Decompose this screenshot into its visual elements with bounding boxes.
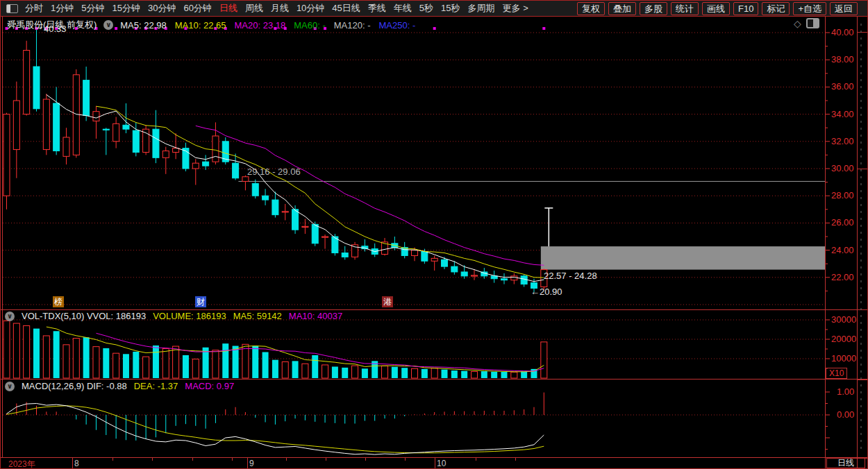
period-tab-分时[interactable]: 分时 (25, 2, 43, 15)
price-tick-label: 28.00 (831, 190, 854, 201)
price-tick-label: 24.00 (831, 245, 854, 255)
ma-legend-item: MA5: 22.98 (120, 20, 167, 31)
macd-legend-item: DEA: -1.37 (134, 381, 178, 391)
volume-tick-label: 30000 (831, 314, 856, 325)
action-button-返回[interactable]: 返回 (830, 2, 858, 15)
macd-legend-item: MACD(12,26,9) DIF: -0.88 (22, 381, 127, 391)
sidebar-toggle-icon[interactable] (806, 18, 819, 28)
ma-legend-item: MA120: - (334, 20, 371, 31)
period-tab-更多 >[interactable]: 更多 > (503, 2, 528, 15)
macd-legend: MACD(12,26,9) DIF: -0.88DEA: -1.37MACD: … (5, 381, 234, 391)
action-button-叠加[interactable]: 叠加 (608, 2, 636, 15)
main-chart-legend: 舜禹股份(日线 前复权) MA5: 22.98MA10: 22.65MA20: … (7, 19, 415, 31)
price-tick-label: 38.00 (831, 54, 854, 65)
watermark-badge-港[interactable]: 港 (382, 296, 393, 307)
window-panel-icon[interactable] (6, 4, 18, 13)
price-tick-label: 26.00 (831, 217, 854, 228)
action-button-多股[interactable]: 多股 (640, 2, 667, 15)
ma-legend-item: MA60: - (294, 20, 326, 31)
ma-legend-item: MA250: - (378, 20, 415, 31)
time-label-month-9: 9 (249, 459, 254, 468)
ma-legend-item: MA10: 22.65 (175, 20, 226, 31)
macd-values: MACD(12,26,9) DIF: -0.88DEA: -1.37MACD: … (22, 381, 234, 391)
period-tab-45日线[interactable]: 45日线 (332, 2, 360, 15)
volume-legend-item: MA10: 40037 (289, 311, 342, 321)
period-tab-10分钟[interactable]: 10分钟 (297, 2, 324, 15)
volume-legend-item: VOL-TDX(5,10) VVOL: 186193 (22, 311, 146, 321)
diamond-tool-icon[interactable]: ◇ (794, 19, 801, 28)
period-tab-5秒[interactable]: 5秒 (419, 2, 433, 15)
price-tick-label: 36.00 (831, 81, 854, 92)
time-label-month-8: 8 (74, 459, 79, 468)
action-button-F10[interactable]: F10 (733, 2, 758, 15)
app-window: 分时1分钟5分钟15分钟30分钟60分钟日线周线月线10分钟45日线季线年线5秒… (0, 0, 868, 469)
collapse-volume-icon[interactable] (5, 312, 15, 321)
action-button-+自选[interactable]: +自选 (793, 2, 826, 15)
volume-legend-item: MA5: 59142 (233, 311, 282, 321)
price-tick-label: 34.00 (831, 109, 854, 119)
annotation-range: 22.57 - 24.28 (544, 271, 597, 281)
watermark-badge-财[interactable]: 财 (195, 296, 206, 307)
price-tick-label: 32.00 (831, 136, 854, 146)
time-label-year: 2023年 (8, 459, 35, 469)
action-button-画线[interactable]: 画线 (702, 2, 730, 15)
period-tab-多周期[interactable]: 多周期 (468, 2, 495, 15)
period-tab-月线[interactable]: 月线 (271, 2, 289, 15)
action-button-统计[interactable]: 统计 (671, 2, 699, 15)
watermark-badge-榜[interactable]: 榜 (53, 296, 64, 307)
right-scroll-strip[interactable] (857, 17, 868, 469)
period-tab-周线[interactable]: 周线 (245, 2, 263, 15)
period-tab-季线[interactable]: 季线 (368, 2, 386, 15)
period-tab-1分钟[interactable]: 1分钟 (51, 2, 74, 15)
macd-tick-label: 0.00 (837, 409, 854, 420)
period-tab-年线[interactable]: 年线 (394, 2, 412, 15)
period-tab-60分钟[interactable]: 60分钟 (183, 2, 211, 15)
collapse-chart-icon[interactable] (103, 20, 113, 30)
period-tab-30分钟[interactable]: 30分钟 (148, 2, 176, 15)
period-tab-15分钟[interactable]: 15分钟 (112, 2, 140, 15)
annotation-gap: 29.16 - 29.06 (247, 167, 301, 177)
ma-legend-item: MA20: 23.18 (235, 20, 286, 31)
period-tab-日线[interactable]: 日线 (219, 2, 237, 15)
ma-values: MA5: 22.98MA10: 22.65MA20: 23.18MA60: -M… (120, 20, 415, 31)
macd-legend-item: MACD: 0.97 (185, 381, 234, 391)
kline-chart-canvas[interactable] (0, 0, 868, 469)
top-nav-bar: 分时1分钟5分钟15分钟30分钟60分钟日线周线月线10分钟45日线季线年线5秒… (0, 0, 868, 17)
volume-tick-label: 10000 (831, 353, 856, 364)
period-tabs: 分时1分钟5分钟15分钟30分钟60分钟日线周线月线10分钟45日线季线年线5秒… (25, 2, 574, 15)
period-tab-5分钟[interactable]: 5分钟 (81, 2, 104, 15)
price-tick-label: 30.00 (831, 163, 854, 173)
volume-legend: VOL-TDX(5,10) VVOL: 186193VOLUME: 186193… (5, 311, 342, 321)
collapse-macd-icon[interactable] (5, 382, 15, 391)
time-label-month-10: 10 (437, 459, 446, 468)
annotation-low: ←20.90 (531, 287, 562, 297)
volume-tick-label: 20000 (831, 334, 856, 344)
volume-multiplier-badge: X10 (826, 368, 847, 379)
price-tick-label: 22.00 (831, 272, 854, 282)
period-indicator[interactable]: 日线 (826, 458, 865, 468)
period-tab-15秒[interactable]: 15秒 (441, 2, 460, 15)
chart-corner-tools: ◇ (794, 18, 819, 28)
action-button-标记[interactable]: 标记 (762, 2, 790, 15)
volume-legend-item: VOLUME: 186193 (153, 311, 226, 321)
stock-title: 舜禹股份(日线 前复权) (7, 19, 97, 31)
price-tick-label: 40.00 (831, 27, 854, 37)
time-axis: 2023年8910 (0, 458, 868, 469)
action-button-复权[interactable]: 复权 (577, 2, 605, 15)
volume-values: VOL-TDX(5,10) VVOL: 186193VOLUME: 186193… (22, 311, 342, 321)
macd-tick-label: 1.00 (837, 386, 854, 397)
action-buttons: 复权叠加多股统计画线F10标记+自选返回 (574, 2, 858, 15)
